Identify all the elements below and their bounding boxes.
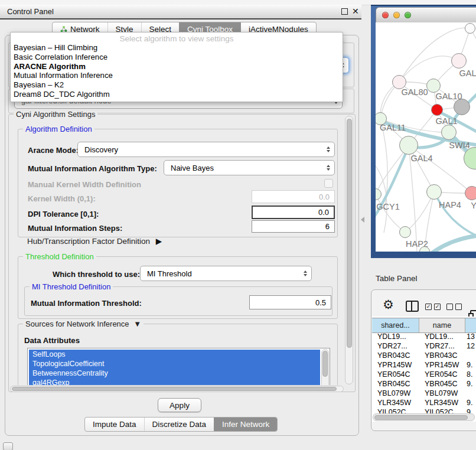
table-cell: YDL19... [419, 332, 465, 341]
network-node[interactable] [465, 186, 476, 200]
data-attribute-item[interactable]: gal4RGexp [29, 378, 320, 385]
table-row[interactable]: YBR043CYBR043C [372, 351, 476, 360]
network-window-titlebar[interactable] [376, 7, 476, 24]
algorithm-option[interactable]: Dream8 DC_TDC Algorithm [11, 90, 343, 99]
apply-button[interactable]: Apply [158, 398, 201, 412]
network-node[interactable] [419, 246, 430, 252]
network-node[interactable] [399, 136, 418, 155]
hub-definition-toggle[interactable]: Hub/Transcription Factor Definition ▶ [27, 236, 162, 246]
mi-steps-field[interactable]: 6 [252, 220, 335, 233]
which-threshold-combo[interactable]: MI Threshold [140, 266, 312, 281]
table-cell: YDR27... [419, 342, 465, 350]
settings-horizontal-scrollbar[interactable] [10, 386, 344, 392]
network-node[interactable] [431, 104, 443, 116]
control-panel-titlebar: Control Panel [0, 5, 361, 19]
table-cell: 8. [465, 370, 476, 379]
table-row[interactable]: YBR045CYBR045C9. [372, 379, 476, 389]
data-attribute-item[interactable]: BetweennessCentrality [29, 369, 320, 378]
network-node[interactable] [376, 188, 382, 200]
split-columns-icon[interactable] [406, 301, 419, 312]
table-cell: YDR27... [372, 342, 419, 350]
unchecked-boxes-icon[interactable] [446, 304, 462, 310]
algorithm-dropdown-popup: Select algorithm to view settings Bayesi… [10, 32, 343, 102]
table-row[interactable]: YDL19...YDL19...13 [372, 332, 476, 341]
table-cell: YBR043C [372, 351, 419, 360]
data-attribute-item[interactable]: TopologicalCoefficient [29, 359, 320, 369]
table-cell: 9. [465, 380, 476, 388]
dropdown-placeholder: Select algorithm to view settings [11, 34, 343, 43]
gear-icon[interactable]: ⚙ [383, 298, 394, 311]
network-canvas[interactable]: GALGAL80GAL10GAL1GAL11SWI4GAL4HAP4YGCY1H… [376, 22, 476, 252]
panel-title: Control Panel [7, 7, 54, 16]
table-cell: 9. [465, 361, 476, 369]
column-header[interactable] [465, 318, 476, 332]
aracne-mode-combo[interactable]: Discovery [77, 142, 335, 157]
mi-threshold-field[interactable]: 0.5 [249, 295, 331, 309]
node-label: GAL11 [380, 123, 406, 132]
manual-kernel-checkbox[interactable] [324, 179, 333, 188]
table-cell: YLR345W [419, 399, 465, 407]
minimize-button[interactable] [393, 12, 400, 18]
mi-threshold-group: MI Threshold Definition Mutual Informati… [24, 286, 332, 316]
network-node[interactable] [465, 23, 475, 34]
combo-stepper-icon [304, 266, 307, 281]
table-horizontal-scrollbar[interactable] [373, 413, 475, 421]
table-body: YDL19...YDL19...13YDR27...YDR27...12YBR0… [372, 332, 476, 417]
node-label: Y [471, 201, 476, 210]
network-node[interactable] [451, 53, 467, 69]
dpi-tolerance-field[interactable]: 0.0 [252, 206, 335, 219]
tab-label: Infer Network [222, 420, 269, 429]
table-cell: YDL19... [372, 332, 419, 341]
sources-group: Sources for Network Inference ▼ Data Att… [18, 324, 338, 385]
node-label: HAP4 [439, 200, 461, 210]
mi-algorithm-type-combo[interactable]: Naive Bayes [164, 160, 335, 175]
list-scrollbar[interactable] [321, 349, 329, 385]
which-threshold-label: Which threshold to use: [53, 270, 140, 279]
close-icon[interactable]: ✕ [352, 6, 359, 17]
settings-scroll-area: Algorithm Definition Aracne Mode: Discov… [9, 115, 344, 385]
network-node[interactable] [454, 99, 470, 115]
table-cell: YER054C [372, 370, 419, 379]
table-row[interactable]: YPR145WYPR145W9. [372, 360, 476, 370]
window-traffic-lights [382, 12, 411, 18]
algorithm-option[interactable]: Mutual Information Inference [11, 71, 343, 80]
kernel-width-field[interactable]: 0.0 [252, 190, 335, 203]
settings-vertical-scrollbar[interactable] [345, 116, 353, 384]
table-row[interactable]: YER054CYER054C8. [372, 370, 476, 379]
group-title: Threshold Definition [23, 252, 96, 261]
float-window-icon[interactable] [341, 8, 348, 15]
mini-panel-icon[interactable] [3, 442, 13, 450]
table-cell: YBR045C [419, 380, 465, 388]
close-button[interactable] [382, 12, 389, 18]
network-node[interactable] [426, 184, 442, 200]
algorithm-option[interactable]: ARACNE Algorithm [11, 62, 343, 71]
node-label: GCY1 [376, 202, 400, 211]
network-node[interactable] [399, 226, 411, 238]
zoom-button[interactable] [405, 12, 411, 18]
table-row[interactable]: YDR27...YDR27...12 [372, 341, 476, 351]
node-label: GAL [459, 69, 476, 78]
column-header[interactable]: name [419, 318, 465, 332]
column-header[interactable]: shared... [372, 318, 419, 332]
tab-impute-data[interactable]: Impute Data [85, 418, 144, 431]
manual-kernel-label: Manual Kernel Width Definition [28, 180, 141, 189]
tab-discretize-data[interactable]: Discretize Data [144, 418, 214, 431]
tab-infer-network[interactable]: Infer Network [214, 418, 277, 431]
table-header-row: shared...name [372, 318, 476, 333]
checked-boxes-icon[interactable]: ✓✓ [425, 304, 441, 310]
network-node[interactable] [441, 125, 457, 140]
sources-title[interactable]: Sources for Network Inference ▼ [23, 319, 144, 328]
algorithm-option[interactable]: Bayesian – K2 [11, 80, 343, 90]
table-row[interactable]: YBL079WYBL079W [372, 389, 476, 398]
network-node[interactable] [426, 79, 441, 93]
kernel-width-label: Kernel Width (0,1): [28, 194, 96, 203]
algorithm-option[interactable]: Bayesian – Hill Climbing [11, 43, 343, 53]
split-pane-divider-icon[interactable] [361, 217, 364, 223]
combo-stepper-icon [327, 142, 330, 156]
algorithm-option[interactable]: Basic Correlation Inference [11, 53, 343, 62]
tab-label: Discretize Data [152, 420, 207, 429]
table-cell: 12 [465, 342, 476, 350]
table-row[interactable]: YLR345WYLR345W9. [372, 398, 476, 407]
data-attribute-item[interactable]: SelfLoops [29, 350, 320, 359]
network-node[interactable] [464, 147, 476, 169]
